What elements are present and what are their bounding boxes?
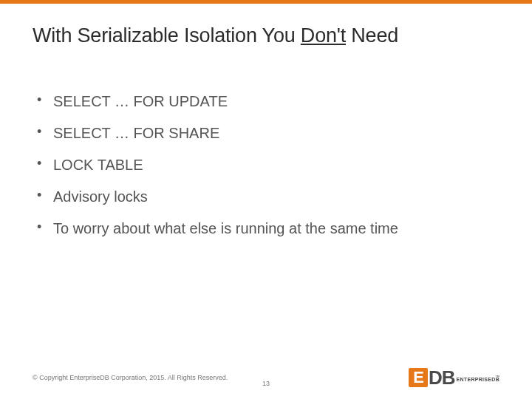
edb-logo-sub: ENTERPRISEDB bbox=[457, 377, 499, 382]
list-item: Advisory locks bbox=[33, 187, 499, 206]
list-item-text: SELECT … FOR UPDATE bbox=[53, 93, 228, 109]
bullet-list: SELECT … FOR UPDATE SELECT … FOR SHARE L… bbox=[33, 92, 499, 238]
title-pre: With Serializable Isolation You bbox=[33, 24, 301, 47]
edb-logo-e: E bbox=[409, 368, 428, 387]
list-item: SELECT … FOR UPDATE bbox=[33, 92, 499, 111]
edb-logo-mark: EDB bbox=[409, 368, 455, 387]
list-item-text: To worry about what else is running at t… bbox=[53, 220, 398, 236]
page-number: 13 bbox=[262, 380, 270, 387]
slide-title: With Serializable Isolation You Don't Ne… bbox=[33, 24, 499, 47]
list-item-text: SELECT … FOR SHARE bbox=[53, 125, 219, 141]
list-item: LOCK TABLE bbox=[33, 155, 499, 174]
edb-logo: EDB ™ ENTERPRISEDB bbox=[409, 368, 499, 387]
edb-logo-textwrap: ™ ENTERPRISEDB bbox=[457, 375, 499, 382]
list-item-text: LOCK TABLE bbox=[53, 157, 143, 173]
copyright-text: © Copyright EnterpriseDB Corporation, 20… bbox=[33, 374, 228, 381]
edb-logo-db: DB bbox=[429, 368, 455, 387]
list-item-text: Advisory locks bbox=[53, 188, 148, 205]
list-item: SELECT … FOR SHARE bbox=[33, 123, 499, 143]
title-post: Need bbox=[346, 24, 398, 47]
list-item: To worry about what else is running at t… bbox=[33, 219, 499, 238]
slide-content: With Serializable Isolation You Don't Ne… bbox=[0, 4, 532, 238]
title-underlined: Don't bbox=[301, 24, 346, 47]
